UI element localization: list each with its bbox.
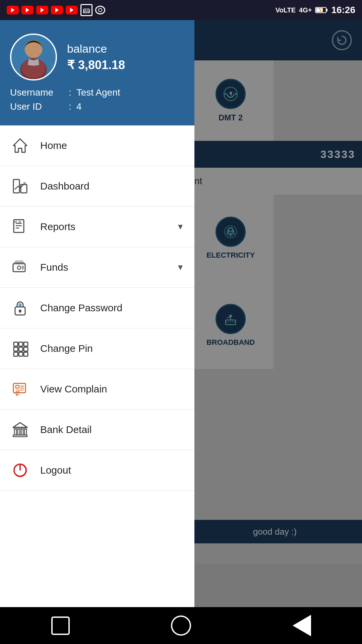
complain-icon — [10, 379, 30, 399]
sidebar-item-change-password-label: Change Password — [40, 302, 184, 314]
svg-rect-58 — [14, 342, 18, 346]
svg-rect-63 — [24, 347, 28, 351]
status-bar-left — [7, 4, 105, 16]
svg-rect-62 — [19, 347, 23, 351]
sidebar-item-view-complain-label: View Complain — [40, 383, 184, 395]
sidebar-item-reports[interactable]: Reports ▼ — [0, 207, 194, 247]
recent-apps-icon — [51, 616, 70, 635]
userid-sep: : — [69, 101, 71, 112]
signal-strength: 4G+ — [299, 6, 312, 14]
drawer-header: balance ₹ 3,801.18 Username : Test Agent… — [0, 20, 194, 125]
avatar — [10, 34, 57, 80]
sidebar-item-home-label: Home — [40, 140, 184, 151]
svg-rect-4 — [326, 9, 327, 11]
svg-point-33 — [25, 40, 43, 58]
svg-rect-45 — [14, 221, 17, 223]
balance-info: balance ₹ 3,801.18 — [67, 42, 125, 72]
power-icon — [10, 460, 30, 480]
grid-icon — [10, 338, 30, 359]
svg-rect-77 — [21, 429, 23, 435]
reports-arrow-icon: ▼ — [176, 222, 184, 231]
sidebar-item-reports-label: Reports — [40, 221, 166, 232]
username-sep: : — [69, 87, 71, 98]
username-label: Username — [10, 87, 64, 98]
user-info-row: Username : Test Agent User ID : 4 — [10, 87, 184, 112]
network-type: VoLTE — [276, 6, 296, 14]
svg-point-2 — [99, 8, 102, 12]
username-value: Test Agent — [76, 87, 120, 98]
navigation-bar — [0, 607, 362, 644]
signal-icon — [95, 6, 105, 14]
sidebar-item-change-password[interactable]: Change Password — [0, 288, 194, 328]
sidebar-item-change-pin-label: Change Pin — [40, 343, 184, 354]
drawer-menu: Home Dashboard — [0, 125, 194, 644]
sidebar-item-dashboard[interactable]: Dashboard — [0, 166, 194, 207]
sidebar-item-funds[interactable]: Funds ▼ — [0, 247, 194, 288]
svg-rect-59 — [19, 342, 23, 346]
balance-label: balance — [67, 42, 125, 55]
svg-point-50 — [17, 266, 21, 269]
svg-marker-73 — [13, 423, 27, 427]
userid-row: User ID : 4 — [10, 101, 184, 112]
status-bar-right: VoLTE 4G+ 16:26 — [276, 5, 355, 15]
time-display: 16:26 — [331, 5, 355, 15]
sidebar-item-funds-label: Funds — [40, 262, 166, 273]
svg-rect-66 — [24, 352, 28, 356]
sidebar-item-change-pin[interactable]: Change Pin — [0, 328, 194, 369]
userid-label: User ID — [10, 101, 64, 112]
sidebar-item-view-complain[interactable]: View Complain — [0, 369, 194, 410]
status-bar: VoLTE 4G+ 16:26 — [0, 0, 362, 20]
profile-row: balance ₹ 3,801.18 — [10, 34, 184, 80]
bank-icon — [10, 420, 30, 440]
nav-home-button[interactable] — [169, 614, 193, 637]
svg-rect-46 — [18, 221, 21, 223]
svg-rect-75 — [14, 429, 16, 435]
sidebar-item-logout[interactable]: Logout — [0, 450, 194, 491]
home-nav-icon — [171, 615, 191, 636]
svg-rect-65 — [19, 352, 23, 356]
youtube-icon-3 — [36, 6, 48, 14]
sidebar-item-home[interactable]: Home — [0, 125, 194, 166]
funds-arrow-icon: ▼ — [176, 263, 184, 272]
battery-icon — [315, 6, 328, 14]
youtube-icon-2 — [21, 6, 34, 14]
nav-back-button[interactable] — [290, 614, 313, 637]
sidebar-item-logout-label: Logout — [40, 465, 184, 476]
back-icon — [293, 615, 311, 636]
youtube-icon-5 — [66, 6, 78, 14]
username-row: Username : Test Agent — [10, 87, 184, 98]
funds-icon — [10, 257, 30, 277]
youtube-icon-4 — [51, 6, 63, 14]
sidebar-item-dashboard-label: Dashboard — [40, 180, 184, 192]
svg-line-38 — [15, 186, 18, 190]
reports-icon — [10, 217, 30, 237]
svg-rect-61 — [14, 347, 18, 351]
svg-rect-78 — [24, 429, 26, 435]
nav-recent-apps-button[interactable] — [49, 614, 72, 637]
sidebar-item-bank-detail[interactable]: Bank Detail — [0, 410, 194, 450]
lock-icon — [10, 298, 30, 318]
svg-rect-37 — [21, 184, 27, 193]
svg-point-57 — [18, 303, 22, 307]
home-icon — [10, 136, 30, 156]
svg-rect-60 — [24, 342, 28, 346]
sidebar-item-bank-detail-label: Bank Detail — [40, 424, 184, 435]
dashboard-icon — [10, 176, 30, 196]
youtube-icon-1 — [7, 6, 19, 14]
svg-rect-68 — [16, 385, 19, 388]
svg-rect-49 — [16, 261, 22, 263]
userid-value: 4 — [76, 101, 82, 112]
gallery-icon — [80, 4, 93, 16]
svg-rect-79 — [13, 435, 27, 437]
navigation-drawer: balance ₹ 3,801.18 Username : Test Agent… — [0, 20, 194, 644]
svg-rect-64 — [14, 352, 18, 356]
svg-rect-76 — [18, 429, 20, 435]
balance-amount: ₹ 3,801.18 — [67, 58, 125, 72]
